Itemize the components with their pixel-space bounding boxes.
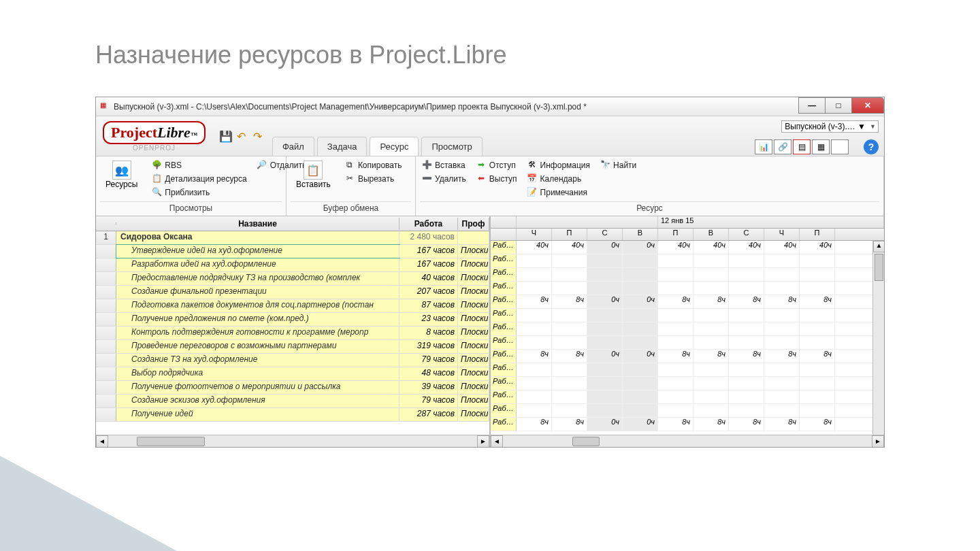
minimize-button[interactable]: — (798, 97, 826, 114)
usage-cell[interactable] (693, 268, 729, 281)
usage-cell[interactable]: 40ч (693, 241, 729, 254)
usage-cell[interactable] (658, 404, 693, 417)
usage-cell[interactable]: 8ч (693, 350, 729, 363)
usage-cell[interactable]: 0ч (587, 350, 623, 363)
row-work[interactable]: 40 часов (399, 272, 458, 285)
row-name[interactable]: Создание финальной презентации (116, 286, 399, 299)
row-name[interactable]: Контроль подтверждения готовности к прог… (116, 327, 399, 339)
col-prof-header[interactable]: Проф (458, 218, 489, 230)
row-name[interactable]: Получение предложения по смете (ком.пред… (116, 313, 399, 326)
usage-cell[interactable] (517, 268, 552, 281)
row-profile[interactable]: Плоски (458, 245, 489, 258)
usage-cell[interactable] (658, 363, 693, 376)
usage-cell[interactable]: 8ч (729, 350, 764, 363)
usage-cell[interactable] (623, 404, 658, 417)
table-row[interactable]: Получение предложения по смете (ком.пред… (96, 313, 489, 327)
row-profile[interactable] (458, 231, 489, 244)
row-work[interactable]: 167 часов (399, 258, 458, 271)
usage-cell[interactable] (800, 390, 835, 403)
usage-cell[interactable] (693, 322, 729, 335)
usage-cell[interactable] (517, 363, 552, 376)
table-row[interactable]: Создание ТЗ на худ.оформление79 часовПло… (96, 354, 489, 367)
usage-cell[interactable]: 8ч (658, 295, 693, 308)
indent-button[interactable]: ➡Отступ (474, 159, 519, 171)
usage-cell[interactable]: 0ч (623, 350, 658, 363)
usage-cell[interactable]: 8ч (800, 418, 835, 431)
usage-cell[interactable] (800, 309, 835, 322)
usage-cell[interactable] (729, 404, 764, 417)
usage-cell[interactable] (693, 363, 729, 376)
row-work[interactable]: 39 часов (399, 381, 458, 394)
usage-cell[interactable] (552, 404, 587, 417)
table-row[interactable]: Подготовка пакетов документов для соц.па… (96, 299, 489, 313)
usage-cell[interactable] (587, 268, 623, 281)
table-row[interactable]: Получение фотоотчетов о мероприятии и ра… (96, 381, 489, 395)
row-work[interactable]: 79 часов (399, 395, 458, 407)
usage-cell[interactable] (552, 309, 587, 322)
row-work[interactable]: 319 часов (399, 340, 458, 353)
day-header[interactable]: П (658, 229, 693, 240)
usage-cell[interactable] (552, 282, 587, 295)
detail-button[interactable]: 📋Детализация ресурса (150, 173, 248, 185)
view-usage-icon[interactable]: ▤ (793, 139, 811, 154)
notes-button[interactable]: 📝Примечания (525, 186, 591, 199)
scroll-left-icon[interactable]: ◄ (491, 435, 503, 447)
table-row[interactable]: Предоставление подрядчику ТЗ на производ… (96, 272, 489, 286)
usage-cell[interactable] (729, 282, 764, 295)
usage-cell[interactable] (587, 322, 623, 335)
usage-cell[interactable] (693, 336, 729, 349)
usage-cell[interactable] (623, 309, 658, 322)
row-name[interactable]: Создание эскизов худ.оформления (116, 395, 399, 407)
usage-cell[interactable] (552, 363, 587, 376)
usage-cell[interactable] (517, 404, 552, 417)
usage-cell[interactable] (729, 309, 764, 322)
delete-button[interactable]: ➖Удалить (420, 173, 468, 185)
usage-cell[interactable] (729, 363, 764, 376)
find-button[interactable]: 🔭Найти (598, 159, 638, 171)
day-header[interactable]: В (623, 229, 658, 240)
usage-cell[interactable] (800, 377, 835, 390)
usage-cell[interactable] (764, 390, 800, 403)
row-name[interactable]: Сидорова Оксана (116, 231, 399, 244)
paste-button[interactable]: 📋 Вставить (291, 159, 336, 190)
usage-cell[interactable] (658, 336, 693, 349)
row-profile[interactable]: Плоски (458, 313, 489, 326)
tab-resource[interactable]: Ресурс (370, 137, 419, 156)
usage-cell[interactable] (729, 390, 764, 403)
scroll-up-icon[interactable]: ▲ (873, 241, 884, 252)
usage-cell[interactable]: 8ч (658, 418, 693, 431)
tab-task[interactable]: Задача (317, 137, 368, 156)
usage-cell[interactable] (693, 377, 729, 390)
row-work[interactable]: 167 часов (399, 245, 458, 258)
redo-icon[interactable]: ↷ (252, 130, 264, 142)
view-blank-icon[interactable] (831, 139, 849, 154)
usage-cell[interactable] (623, 282, 658, 295)
usage-cell[interactable]: 40ч (517, 241, 552, 254)
usage-cell[interactable] (729, 268, 764, 281)
usage-cell[interactable] (800, 336, 835, 349)
usage-cell[interactable] (764, 363, 800, 376)
row-profile[interactable]: Плоски (458, 299, 489, 312)
day-header[interactable]: Ч (517, 229, 552, 240)
usage-cell[interactable]: 8ч (764, 418, 800, 431)
row-name[interactable]: Утверждение идей на худ.оформление (116, 245, 399, 258)
usage-cell[interactable]: 40ч (800, 241, 835, 254)
usage-cell[interactable] (693, 309, 729, 322)
left-hscrollbar[interactable]: ◄ ► (96, 435, 489, 447)
row-name[interactable]: Создание ТЗ на худ.оформление (116, 354, 399, 367)
usage-cell[interactable]: 40ч (764, 241, 800, 254)
usage-cell[interactable] (800, 282, 835, 295)
usage-cell[interactable] (587, 404, 623, 417)
row-work[interactable]: 23 часов (399, 313, 458, 326)
day-header[interactable]: П (800, 229, 835, 240)
usage-cell[interactable] (729, 254, 764, 267)
usage-cell[interactable] (764, 404, 800, 417)
usage-cell[interactable]: 8ч (729, 418, 764, 431)
usage-cell[interactable] (800, 404, 835, 417)
usage-cell[interactable] (764, 282, 800, 295)
usage-cell[interactable]: 40ч (658, 241, 693, 254)
usage-cell[interactable] (693, 390, 729, 403)
info-button[interactable]: 🛠Информация (525, 159, 591, 171)
usage-cell[interactable] (658, 309, 693, 322)
usage-cell[interactable] (623, 377, 658, 390)
